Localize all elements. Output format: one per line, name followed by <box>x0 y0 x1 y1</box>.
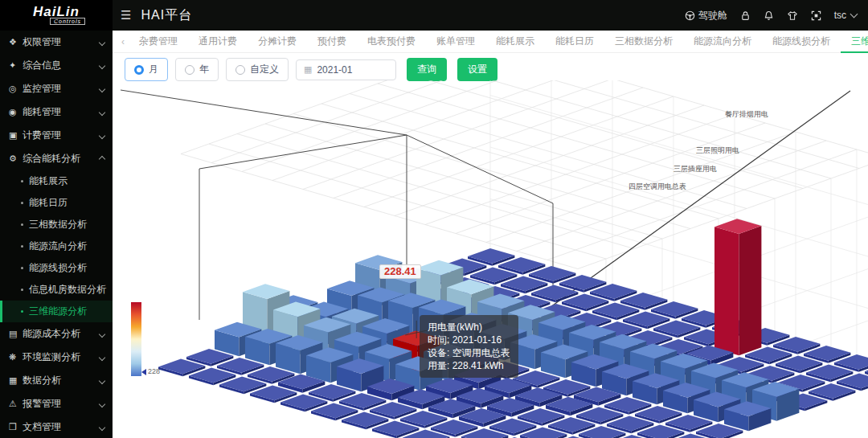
sidebar-subitem-三相数据分析[interactable]: 三相数据分析 <box>0 214 113 235</box>
sidebar-item-label: 报警管理 <box>23 397 61 411</box>
tooltip-usage: 用量: 228.41 kWh <box>428 359 510 372</box>
sidebar-item-监控管理[interactable]: ◎监控管理 <box>0 77 113 100</box>
chevron-down-icon <box>99 354 105 360</box>
sidebar-subitem-label: 能耗日历 <box>29 196 68 210</box>
collapse-menu-icon[interactable]: ☰ <box>121 8 131 23</box>
month-picker[interactable]: ▦ 2021-01 <box>296 59 396 80</box>
sidebar-item-能耗管理[interactable]: ◉能耗管理 <box>0 100 113 124</box>
chevron-down-icon <box>99 377 105 383</box>
topbar-actions: 驾驶舱 tsc <box>685 9 868 23</box>
tab-能耗展示[interactable]: 能耗展示 <box>485 31 545 51</box>
hailin-logo: HaiLin Controls <box>0 0 113 31</box>
tab-能源流向分析[interactable]: 能源流向分析 <box>683 31 762 51</box>
visualmap-gradient[interactable] <box>131 302 141 376</box>
bullet-icon <box>21 267 23 269</box>
logo-primary: HaiLin <box>33 6 80 18</box>
radio-icon[interactable] <box>134 65 144 75</box>
sidebar-subitem-label: 信息机房数据分析 <box>29 283 106 297</box>
visualmap-handle-icon[interactable] <box>141 369 146 375</box>
radio-icon[interactable] <box>235 65 245 75</box>
main-content: ‹ 杂费管理通用计费分摊计费预付费电表预付费账单管理能耗展示能耗日历三相数据分析… <box>113 31 868 438</box>
period-option-月[interactable]: 月 <box>125 58 168 81</box>
sidebar-item-数据分析[interactable]: ▦数据分析 <box>0 369 113 392</box>
chart-3d-scene: 四层空调用电总表三层插座用电三层照明用电餐厅排烟用电 <box>113 80 868 438</box>
cost-icon: ▤ <box>9 329 23 339</box>
cockpit-label: 驾驶舱 <box>698 9 727 23</box>
tab-预付费[interactable]: 预付费 <box>307 31 357 51</box>
period-radio-group: 月年自定义 <box>125 58 289 81</box>
sidebar-subitem-label: 三相数据分析 <box>29 218 87 231</box>
sidebar-item-label: 综合信息 <box>23 59 61 72</box>
sidebar-item-综合信息[interactable]: ✦综合信息 <box>0 54 113 77</box>
sidebar-subitem-能耗日历[interactable]: 能耗日历 <box>0 192 113 214</box>
sidebar-item-label: 监控管理 <box>23 82 61 96</box>
tooltip-time: 时间: 2021-01-16 <box>428 334 510 346</box>
sidebar-item-文档管理[interactable]: ❒文档管理 <box>0 415 113 438</box>
tooltip-title: 用电量(kWh) <box>428 321 510 334</box>
lock-button[interactable] <box>740 10 751 21</box>
tab-账单管理[interactable]: 账单管理 <box>426 31 485 51</box>
chevron-down-icon <box>99 400 105 407</box>
tab-三相数据分析[interactable]: 三相数据分析 <box>604 31 683 51</box>
sidebar-item-综合能耗分析[interactable]: ⚙综合能耗分析 <box>0 147 113 170</box>
sidebar-subitem-三维能源分析[interactable]: 三维能源分析 <box>0 301 113 322</box>
chevron-down-icon <box>99 108 105 115</box>
query-button[interactable]: 查询 <box>407 58 447 81</box>
theme-button[interactable] <box>787 10 798 21</box>
bell-icon <box>764 10 774 21</box>
sidebar-item-权限管理[interactable]: ❖权限管理 <box>0 31 113 54</box>
settings-button[interactable]: 设置 <box>457 58 497 81</box>
tab-分摊计费[interactable]: 分摊计费 <box>248 31 307 51</box>
notifications-button[interactable] <box>764 10 774 21</box>
visualmap-value: 228 <box>148 367 160 375</box>
period-option-年[interactable]: 年 <box>175 58 219 81</box>
top-bar: HaiLin Controls ☰ HAI平台 驾驶舱 <box>0 0 868 31</box>
billing-icon: ▣ <box>9 130 23 141</box>
tab-杂费管理[interactable]: 杂费管理 <box>129 31 188 51</box>
sidebar-subitem-信息机房数据分析[interactable]: 信息机房数据分析 <box>0 279 113 301</box>
sidebar-item-报警管理[interactable]: ⚠报警管理 <box>0 392 113 415</box>
tab-电表预付费[interactable]: 电表预付费 <box>357 31 426 51</box>
chevron-up-icon <box>99 155 105 162</box>
radio-icon[interactable] <box>185 65 194 75</box>
cockpit-button[interactable]: 驾驶舱 <box>685 9 727 23</box>
sidebar-subitem-能源流向分析[interactable]: 能源流向分析 <box>0 235 113 257</box>
sidebar-subitem-label: 三维能源分析 <box>29 305 87 318</box>
period-option-自定义[interactable]: 自定义 <box>226 58 289 81</box>
bullet-icon <box>21 202 23 204</box>
sidebar-subitem-能耗展示[interactable]: 能耗展示 <box>0 170 113 192</box>
app-title: HAI平台 <box>141 7 192 24</box>
selected-bar-value-label: 228.41 <box>379 264 421 279</box>
sidebar-item-环境监测分析[interactable]: ❋环境监测分析 <box>0 346 113 369</box>
tabs: 杂费管理通用计费分摊计费预付费电表预付费账单管理能耗展示能耗日历三相数据分析能源… <box>129 31 868 53</box>
document-icon: ❒ <box>9 422 23 432</box>
device-axis-label: 三层照明用电 <box>696 146 739 154</box>
sidebar-item-能源成本分析[interactable]: ▤能源成本分析 <box>0 322 113 346</box>
tab-通用计费[interactable]: 通用计费 <box>188 31 248 51</box>
sidebar-item-label: 文档管理 <box>23 420 61 434</box>
energy-3d-chart[interactable]: 四层空调用电总表三层插座用电三层照明用电餐厅排烟用电 228.41 用电量(kW… <box>113 80 868 438</box>
sidebar-subitem-能源线损分析[interactable]: 能源线损分析 <box>0 257 113 279</box>
sidebar-item-label: 能耗管理 <box>23 105 61 119</box>
filter-bar: 月年自定义 ▦ 2021-01 查询 设置 <box>125 58 497 81</box>
fullscreen-button[interactable] <box>811 10 821 21</box>
sidebar-item-label: 数据分析 <box>23 374 61 387</box>
sidebar-item-label: 环境监测分析 <box>23 350 80 364</box>
tab-bar: ‹ 杂费管理通用计费分摊计费预付费电表预付费账单管理能耗展示能耗日历三相数据分析… <box>113 31 868 53</box>
sidebar-item-计费管理[interactable]: ▣计费管理 <box>0 124 113 147</box>
sidebar-subitem-label: 能耗展示 <box>29 174 68 188</box>
device-axis-label: 三层插座用电 <box>674 165 717 173</box>
tabs-scroll-left-icon[interactable]: ‹ <box>117 36 129 47</box>
device-axis-label: 餐厅排烟用电 <box>725 110 768 118</box>
chevron-down-icon <box>850 10 858 18</box>
device-axis-label: 四层空调用电总表 <box>628 182 686 190</box>
visualmap-legend[interactable]: 228 <box>131 302 179 391</box>
bullet-icon <box>21 245 23 248</box>
tab-三维能源分析[interactable]: 三维能源分析× <box>841 31 868 53</box>
user-menu[interactable]: tsc <box>834 10 857 21</box>
logo-secondary: Controls <box>50 18 85 25</box>
tab-能耗日历[interactable]: 能耗日历 <box>545 31 604 51</box>
tab-能源线损分析[interactable]: 能源线损分析 <box>762 31 841 51</box>
sidebar-item-label: 计费管理 <box>23 129 61 142</box>
lock-icon <box>740 10 751 21</box>
